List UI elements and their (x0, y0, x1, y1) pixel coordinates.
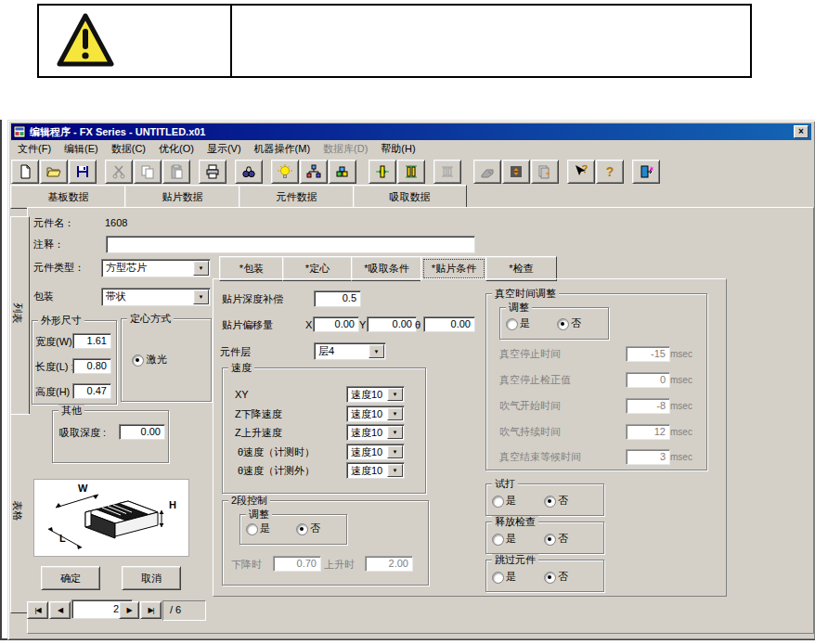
chevron-down-icon[interactable]: ▼ (369, 344, 384, 358)
tab-pickup-data-label: 吸取数据 (390, 190, 431, 204)
blocks-button[interactable] (329, 160, 356, 184)
open-button[interactable] (40, 160, 68, 184)
two-stage-no-radio[interactable] (296, 523, 308, 535)
release-yes-radio[interactable] (492, 534, 504, 546)
paste-button (162, 160, 190, 184)
side-tab-list[interactable]: 列表 (10, 216, 30, 415)
inner-tab-place-cond[interactable]: *贴片条件 (420, 256, 487, 281)
trial-yes-radio[interactable] (492, 496, 504, 508)
two-stage-group-title: 2段控制 (228, 495, 270, 507)
help-button[interactable]: ? (596, 160, 624, 184)
tab-board-data[interactable]: 基板数据 (10, 185, 126, 209)
layer-select[interactable]: 层4 ▼ (314, 342, 386, 360)
ok-button[interactable]: 确定 (41, 566, 100, 590)
copy-icon (140, 164, 155, 179)
chevron-down-icon[interactable]: ▼ (387, 445, 403, 458)
nav-last-button[interactable]: ▶| (140, 601, 162, 619)
inner-tab-inspect[interactable]: *检查 (485, 256, 557, 281)
tab-component-data[interactable]: 元件数据 (239, 185, 355, 209)
nav-prev-button[interactable]: ◀ (49, 601, 71, 619)
inner-tab-centering[interactable]: *定心 (282, 256, 353, 281)
menu-data[interactable]: 数据(C) (105, 140, 152, 158)
skip-no-radio[interactable] (544, 572, 556, 584)
speed-theta-in-select[interactable]: 速度10▼ (346, 444, 405, 460)
release-no-radio[interactable] (544, 534, 556, 546)
inner-tab-place-cond-label: *贴片条件 (432, 262, 476, 276)
vacuum-stop-time-value: -15 (651, 348, 666, 359)
find-button[interactable] (235, 160, 263, 184)
two-stage-yes-radio[interactable] (246, 523, 258, 535)
chevron-down-icon[interactable]: ▼ (387, 464, 403, 477)
menu-file[interactable]: 文件(F) (11, 140, 58, 158)
depth-comp-input[interactable]: 0.5 (314, 290, 361, 307)
place-double-button[interactable] (397, 160, 425, 184)
trial-no-radio[interactable] (544, 496, 556, 508)
print-button[interactable] (199, 160, 226, 184)
side-tab-form[interactable]: 表格 (10, 414, 30, 613)
offset-y-input[interactable]: 0.00 (367, 316, 417, 332)
machine-icon (480, 164, 495, 179)
skip-yes-radio[interactable] (492, 572, 504, 584)
place-single-button[interactable] (369, 160, 396, 184)
speed-xy-select[interactable]: 速度10▼ (346, 386, 405, 403)
tree-button[interactable] (300, 160, 328, 184)
title-bar[interactable]: 编辑程序 - FX Series - UNTITLED.x01 × (11, 123, 811, 140)
menu-edit[interactable]: 编辑(E) (58, 140, 105, 158)
speed-zup-select[interactable]: 速度10▼ (346, 424, 405, 441)
vacuum-yes-radio[interactable] (506, 318, 518, 330)
component-name-label: 元件名： (33, 217, 74, 229)
chevron-down-icon[interactable]: ▼ (387, 407, 403, 420)
menu-machine[interactable]: 机器操作(M) (248, 140, 317, 158)
context-help-button[interactable] (567, 160, 595, 184)
inner-tab-package[interactable]: *包装 (219, 256, 284, 281)
vacuum-stop-time-label: 真空停止时间 (499, 348, 561, 360)
menu-help[interactable]: 帮助(H) (374, 140, 421, 158)
width-input[interactable]: 1.61 (72, 333, 111, 349)
laser-radio[interactable] (132, 354, 144, 367)
height-value: 0.47 (87, 385, 107, 396)
chevron-down-icon[interactable]: ▼ (387, 426, 403, 439)
nav-next-button[interactable]: ▶ (119, 601, 139, 619)
speed-theta-out-select[interactable]: 速度10▼ (346, 462, 405, 479)
close-button[interactable]: × (794, 125, 809, 138)
speed-xy-label: XY (235, 389, 249, 401)
import-button[interactable] (502, 160, 530, 184)
length-value: 0.80 (87, 360, 107, 371)
offset-x-input[interactable]: 0.00 (313, 316, 359, 332)
new-button[interactable] (11, 160, 39, 184)
blow-start-value: -8 (656, 400, 666, 411)
chevron-down-icon[interactable]: ▼ (193, 261, 209, 276)
length-input[interactable]: 0.80 (72, 358, 111, 374)
vacuum-no-radio[interactable] (557, 318, 569, 330)
trial-yes-label: 是 (506, 495, 516, 507)
nav-first-button[interactable]: |◀ (27, 601, 48, 619)
chevron-down-icon[interactable]: ▼ (387, 388, 403, 401)
menu-view[interactable]: 显示(V) (201, 140, 248, 158)
inner-tab-pickup-cond[interactable]: *吸取条件 (351, 256, 422, 281)
heads-icon (440, 164, 455, 179)
cancel-button[interactable]: 取消 (122, 566, 181, 590)
optimize-button[interactable] (271, 160, 299, 184)
skip-yes-label: 是 (506, 571, 516, 583)
save-button[interactable] (69, 160, 97, 184)
cut-button (105, 160, 133, 184)
exit-button[interactable] (632, 160, 660, 184)
blow-start-unit: msec (670, 401, 692, 411)
offset-y-value: 0.00 (393, 318, 412, 329)
layer-value: 层4 (318, 344, 334, 357)
menu-optimize[interactable]: 优化(O) (152, 140, 201, 158)
speed-theta-in-label: θ速度（计测时） (238, 446, 315, 458)
inner-tab-centering-label: *定心 (305, 262, 330, 276)
offset-theta-input[interactable]: 0.00 (423, 316, 475, 332)
speed-zdown-select[interactable]: 速度10▼ (346, 406, 405, 422)
height-input[interactable]: 0.47 (72, 383, 111, 399)
tab-pickup-data[interactable]: 吸取数据 (353, 185, 467, 209)
export-button[interactable] (531, 160, 559, 184)
tab-placement-data[interactable]: 贴片数据 (124, 185, 240, 209)
chevron-down-icon[interactable]: ▼ (193, 290, 209, 304)
package-select[interactable]: 带状 ▼ (101, 288, 211, 306)
offset-y-label: Y (359, 319, 366, 331)
comment-input[interactable] (106, 236, 475, 253)
pickup-depth-input[interactable]: 0.00 (119, 424, 165, 440)
component-type-select[interactable]: 方型芯片 ▼ (101, 259, 211, 277)
